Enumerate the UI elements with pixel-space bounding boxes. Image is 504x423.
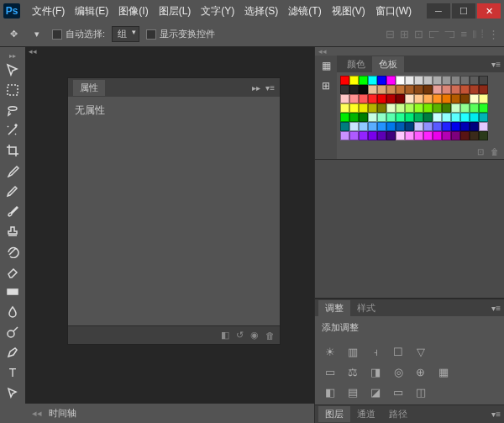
align-icon[interactable]: ⦙ <box>481 28 483 41</box>
swatch[interactable] <box>396 103 405 113</box>
swatch[interactable] <box>405 103 414 113</box>
panel-handle[interactable]: ▸▸ <box>3 52 22 59</box>
dropdown-icon[interactable]: ▾ <box>29 26 45 43</box>
history-brush-tool[interactable] <box>3 242 22 261</box>
swatch[interactable] <box>460 85 470 94</box>
close-button[interactable]: ✕ <box>477 3 501 19</box>
swatch[interactable] <box>340 76 349 85</box>
swatch[interactable] <box>386 131 396 140</box>
swatch[interactable] <box>451 103 460 113</box>
swatch[interactable] <box>479 85 488 94</box>
swatch[interactable] <box>359 113 368 122</box>
swatch[interactable] <box>470 103 479 113</box>
invert-icon[interactable]: ◧ <box>322 384 339 399</box>
swatch[interactable] <box>451 76 460 85</box>
swatch[interactable] <box>423 85 433 94</box>
swatch[interactable] <box>470 94 479 103</box>
clip-icon[interactable]: ◧ <box>221 330 229 341</box>
group-dropdown[interactable]: 组 <box>112 26 139 42</box>
swatch[interactable] <box>359 85 368 94</box>
swatch[interactable] <box>377 94 386 103</box>
posterize-icon[interactable]: ▤ <box>344 384 362 399</box>
swatch[interactable] <box>470 113 479 122</box>
swatch[interactable] <box>368 103 377 113</box>
move-tool[interactable] <box>3 61 22 79</box>
stamp-tool[interactable] <box>3 222 22 241</box>
menu-layer[interactable]: 图层(L) <box>154 4 197 19</box>
menu-image[interactable]: 图像(I) <box>113 4 153 19</box>
transform-checkbox[interactable] <box>146 29 156 40</box>
swatch[interactable] <box>368 85 377 94</box>
swatch[interactable] <box>479 94 488 103</box>
pen-tool[interactable] <box>3 343 22 362</box>
swatch[interactable] <box>359 94 368 103</box>
swatch[interactable] <box>377 103 386 113</box>
swatch[interactable] <box>479 103 488 113</box>
adjustments-tab[interactable]: 调整 <box>318 300 350 316</box>
exposure-icon[interactable]: ☐ <box>390 344 407 359</box>
swatch[interactable] <box>340 113 349 122</box>
swatch[interactable] <box>414 103 423 113</box>
marquee-tool[interactable] <box>3 81 22 99</box>
swatch[interactable] <box>433 76 442 85</box>
dodge-tool[interactable] <box>3 323 22 341</box>
swatch[interactable] <box>470 85 479 94</box>
levels-icon[interactable]: ▥ <box>344 344 362 359</box>
hue-icon[interactable]: ▭ <box>322 364 339 379</box>
swatch[interactable] <box>423 131 433 140</box>
swatch[interactable] <box>442 103 451 113</box>
swatch[interactable] <box>479 122 488 131</box>
swatch[interactable] <box>359 103 368 113</box>
swatch[interactable] <box>396 94 405 103</box>
threshold-icon[interactable]: ◪ <box>367 384 385 399</box>
curves-icon[interactable]: ⫞ <box>367 344 385 359</box>
paths-tab[interactable]: 路径 <box>382 406 414 422</box>
swatch[interactable] <box>433 94 442 103</box>
eraser-tool[interactable] <box>3 262 22 281</box>
swatch[interactable] <box>414 76 423 85</box>
align-icon[interactable]: ⊞ <box>400 28 409 41</box>
path-select-tool[interactable] <box>3 383 22 402</box>
swatch[interactable] <box>460 122 470 131</box>
panel-menu-icon[interactable]: ▾≡ <box>265 83 275 93</box>
menu-view[interactable]: 视图(V) <box>327 4 370 19</box>
swatch[interactable] <box>414 122 423 131</box>
swatch[interactable] <box>386 76 396 85</box>
swatch[interactable] <box>349 103 359 113</box>
swatch[interactable] <box>423 103 433 113</box>
swatch[interactable] <box>396 76 405 85</box>
reset-icon[interactable]: ↺ <box>236 330 244 341</box>
swatch[interactable] <box>460 113 470 122</box>
balance-icon[interactable]: ⚖ <box>344 364 362 379</box>
layers-tab[interactable]: 图层 <box>318 406 350 422</box>
swatch[interactable] <box>433 122 442 131</box>
gradient-tool[interactable] <box>3 283 22 301</box>
swatch[interactable] <box>433 113 442 122</box>
trash-icon[interactable]: 🗑 <box>265 330 275 341</box>
trash-icon[interactable]: 🗑 <box>491 147 499 156</box>
swatch[interactable] <box>359 76 368 85</box>
brush-tool[interactable] <box>3 202 22 220</box>
align-icon[interactable]: ⊡ <box>414 28 423 41</box>
wand-tool[interactable] <box>3 121 22 140</box>
swatch[interactable] <box>479 113 488 122</box>
swatch[interactable] <box>396 113 405 122</box>
panel-handle[interactable]: ◂◂ <box>25 47 314 56</box>
swatch[interactable] <box>377 85 386 94</box>
channel-mixer-icon[interactable]: ⊕ <box>412 364 430 379</box>
swatch[interactable] <box>442 76 451 85</box>
swatch[interactable] <box>368 131 377 140</box>
swatch[interactable] <box>359 131 368 140</box>
swatch[interactable] <box>414 113 423 122</box>
panel-menu-icon[interactable]: ▾≡ <box>491 60 501 69</box>
swatch[interactable] <box>423 122 433 131</box>
swatch[interactable] <box>451 94 460 103</box>
maximize-button[interactable]: ☐ <box>452 3 475 19</box>
swatches-tab[interactable]: 色板 <box>372 56 404 72</box>
swatch[interactable] <box>368 94 377 103</box>
menu-select[interactable]: 选择(S) <box>239 4 283 19</box>
swatch[interactable] <box>377 113 386 122</box>
swatch[interactable] <box>396 85 405 94</box>
swatch[interactable] <box>433 131 442 140</box>
swatch[interactable] <box>340 122 349 131</box>
